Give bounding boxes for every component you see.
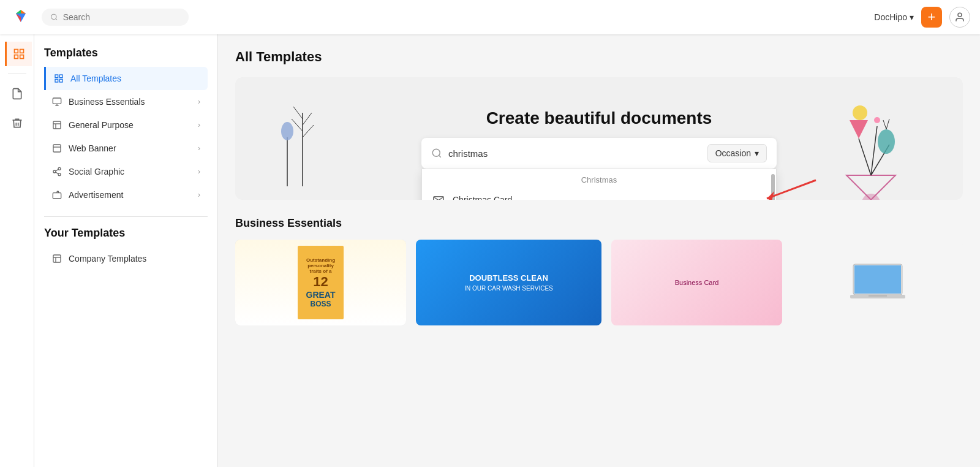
- nav-item-advertisement[interactable]: Advertisement ›: [44, 183, 208, 207]
- hero-search-container: Occasion ▾ Christmas: [421, 138, 777, 169]
- svg-rect-5: [15, 55, 18, 59]
- nav-item-company-templates[interactable]: Company Templates: [44, 247, 208, 270]
- nav-item-general-purpose[interactable]: General Purpose ›: [44, 113, 208, 137]
- icon-sidebar: [0, 34, 34, 467]
- svg-rect-8: [59, 75, 62, 78]
- template-card-pink[interactable]: Business Card: [611, 240, 782, 325]
- svg-rect-58: [869, 295, 887, 297]
- chevron-down-icon: ▾: [910, 12, 914, 22]
- hero-search-input[interactable]: [448, 148, 701, 159]
- user-icon: [954, 12, 965, 23]
- svg-rect-11: [53, 98, 61, 104]
- social-graphic-icon: [51, 166, 62, 177]
- nav-sidebar: Templates All Templates Business Essenti…: [34, 34, 218, 467]
- occasion-label: Occasion: [715, 148, 751, 158]
- dropdown-category-label: Christmas: [422, 169, 776, 187]
- nav-item-web-banner[interactable]: Web Banner ›: [44, 137, 208, 160]
- svg-line-22: [56, 172, 59, 174]
- chevron-right-icon-2: ›: [198, 121, 200, 129]
- svg-marker-47: [850, 120, 868, 139]
- topbar-search-input[interactable]: [63, 12, 180, 22]
- svg-point-2: [958, 13, 962, 17]
- dochipo-menu[interactable]: DocHipo ▾: [874, 12, 914, 22]
- your-templates-title: Your Templates: [44, 227, 208, 240]
- content-area: All Templates Create beautif: [218, 34, 980, 467]
- svg-rect-10: [59, 79, 62, 82]
- advertisement-icon: [51, 189, 62, 200]
- svg-marker-54: [767, 191, 774, 200]
- topbar: DocHipo ▾ +: [0, 0, 980, 34]
- create-new-button[interactable]: +: [921, 7, 942, 28]
- svg-line-49: [883, 120, 886, 129]
- trash-icon: [11, 117, 23, 129]
- chevron-right-icon-5: ›: [198, 191, 200, 199]
- svg-rect-17: [53, 145, 61, 152]
- occasion-filter-button[interactable]: Occasion ▾: [707, 144, 767, 162]
- svg-line-32: [303, 125, 314, 137]
- user-avatar[interactable]: [949, 7, 970, 28]
- christmas-card-label: Christmas Card: [453, 195, 512, 200]
- deco-right: [816, 89, 926, 200]
- svg-rect-7: [55, 75, 58, 78]
- logo[interactable]: [10, 5, 32, 29]
- business-essentials-icon: [51, 96, 62, 107]
- chevron-right-icon-3: ›: [198, 144, 200, 153]
- svg-point-21: [58, 173, 61, 176]
- svg-rect-14: [53, 121, 61, 129]
- sidebar-icon-docs[interactable]: [5, 82, 29, 106]
- svg-point-35: [432, 149, 440, 156]
- svg-rect-56: [854, 265, 901, 294]
- topbar-right: DocHipo ▾ +: [874, 7, 970, 28]
- nav-item-business-essentials[interactable]: Business Essentials ›: [44, 90, 208, 113]
- nav-item-all-templates[interactable]: All Templates: [44, 67, 208, 90]
- chevron-right-icon-4: ›: [198, 167, 200, 176]
- search-dropdown: Christmas Christmas Card: [421, 169, 777, 200]
- svg-rect-9: [55, 79, 58, 82]
- template-grid: Outstanding personality traits of a 12 G…: [235, 240, 963, 325]
- docs-icon: [11, 88, 23, 100]
- social-graphic-label: Social Graphic: [69, 167, 124, 177]
- svg-line-44: [859, 139, 871, 175]
- svg-line-30: [303, 113, 312, 125]
- dropdown-item-christmas-card[interactable]: Christmas Card: [422, 187, 776, 200]
- deco-left: [272, 88, 333, 189]
- web-banner-label: Web Banner: [69, 143, 116, 153]
- svg-line-29: [293, 107, 303, 119]
- nav-divider: [44, 216, 208, 217]
- svg-rect-25: [53, 255, 61, 262]
- template-card-blue[interactable]: DOUBTLESS CLEAN IN OUR CAR WASH SERVICES: [416, 240, 601, 325]
- company-templates-label: Company Templates: [69, 254, 146, 264]
- svg-point-1: [51, 14, 56, 19]
- template-card-laptop[interactable]: [792, 240, 963, 325]
- all-templates-icon: [53, 73, 64, 84]
- arrow-annotation: [755, 174, 828, 200]
- svg-point-20: [53, 170, 56, 173]
- svg-point-34: [281, 122, 293, 140]
- topbar-search-bar[interactable]: [42, 9, 189, 26]
- general-purpose-label: General Purpose: [69, 120, 134, 130]
- svg-line-23: [56, 169, 59, 171]
- svg-line-50: [886, 119, 889, 129]
- dochipo-label: DocHipo: [874, 12, 907, 22]
- templates-icon: [13, 48, 25, 60]
- nav-item-social-graphic[interactable]: Social Graphic ›: [44, 160, 208, 183]
- svg-point-51: [874, 117, 880, 123]
- sidebar-icon-templates[interactable]: [5, 42, 32, 66]
- company-templates-icon: [51, 253, 62, 264]
- icon-sidebar-divider: [8, 74, 26, 74]
- hero-title: Create beautiful documents: [421, 108, 777, 128]
- business-essentials-section-title: Business Essentials: [235, 217, 963, 230]
- all-templates-label: All Templates: [70, 74, 121, 83]
- general-purpose-icon: [51, 120, 62, 131]
- svg-line-53: [767, 180, 816, 199]
- template-card-book[interactable]: Outstanding personality traits of a 12 G…: [235, 240, 406, 325]
- templates-section-title: Templates: [44, 47, 208, 59]
- main-layout: Templates All Templates Business Essenti…: [0, 34, 980, 467]
- sidebar-icon-trash[interactable]: [5, 111, 29, 135]
- card-icon: [432, 193, 445, 200]
- web-banner-icon: [51, 143, 62, 154]
- hero-center: Create beautiful documents Occasion ▾ Ch…: [421, 108, 777, 169]
- svg-rect-4: [20, 50, 24, 53]
- svg-rect-6: [20, 55, 24, 59]
- search-icon: [50, 13, 58, 21]
